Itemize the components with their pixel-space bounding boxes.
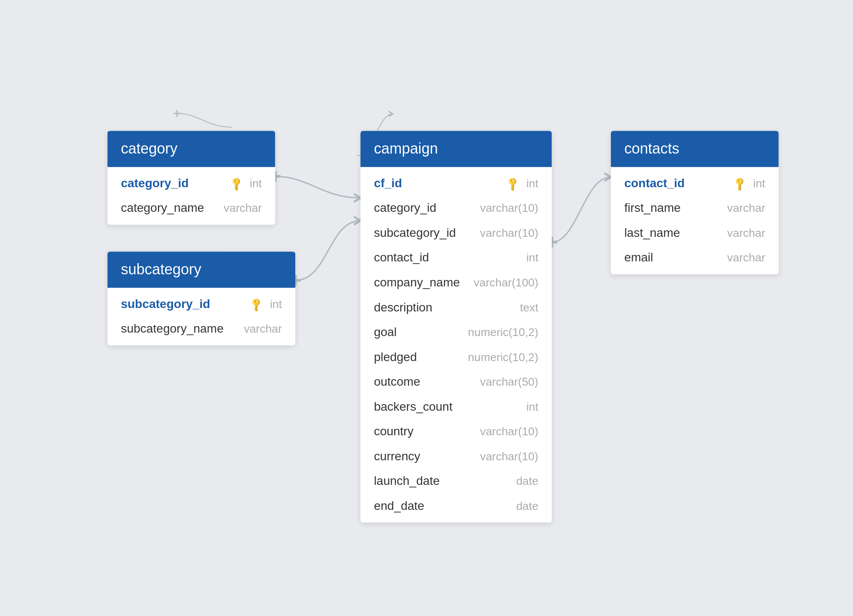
col-type: varchar(10) xyxy=(480,425,538,438)
contacts-header: contacts xyxy=(611,131,779,167)
table-row: subcategory_id varchar(10) xyxy=(360,221,552,246)
col-type: varchar xyxy=(727,226,765,240)
table-row: outcome varchar(50) xyxy=(360,370,552,395)
col-name: goal xyxy=(374,325,397,339)
col-type: varchar(50) xyxy=(480,375,538,389)
right-col: 🔑 int xyxy=(230,177,262,190)
table-row: first_name varchar xyxy=(611,196,779,221)
table-campaign: campaign cf_id 🔑 int category_id varchar… xyxy=(360,131,552,522)
table-row: end_date date xyxy=(360,493,552,519)
col-name: country xyxy=(374,424,414,439)
col-name: contact_id xyxy=(624,176,685,191)
contacts-body: contact_id 🔑 int first_name varchar last… xyxy=(611,167,779,274)
col-name: category_name xyxy=(121,201,204,215)
table-row: backers_count int xyxy=(360,394,552,419)
col-name: pledged xyxy=(374,350,417,365)
col-type: int xyxy=(526,251,538,264)
col-type: int xyxy=(526,177,538,190)
pk-indicator: 🔑 xyxy=(250,299,262,310)
col-type: varchar xyxy=(224,201,262,215)
key-icon: 🔑 xyxy=(228,176,243,191)
table-row: company_name varchar(100) xyxy=(360,270,552,295)
table-contacts: contacts contact_id 🔑 int first_name var… xyxy=(611,131,779,274)
col-name: subcategory_id xyxy=(374,226,456,240)
col-name: email xyxy=(624,251,653,265)
diagram-canvas: category category_id 🔑 int category_name… xyxy=(0,0,853,616)
col-name: description xyxy=(374,301,432,315)
table-category: category category_id 🔑 int category_name… xyxy=(107,131,275,225)
connection-campaign-contacts xyxy=(552,177,611,242)
right-col: 🔑 int xyxy=(734,177,765,190)
table-row: goal numeric(10,2) xyxy=(360,320,552,345)
col-type: varchar(10) xyxy=(480,450,538,463)
col-type: int xyxy=(270,298,282,311)
campaign-header: campaign xyxy=(360,131,552,167)
table-row: category_id 🔑 int xyxy=(107,171,275,196)
col-type: int xyxy=(250,177,262,190)
pk-indicator: 🔑 xyxy=(230,178,241,189)
col-name: backers_count xyxy=(374,400,452,414)
connection-subcategory-campaign xyxy=(295,221,360,280)
table-row: country varchar(10) xyxy=(360,419,552,444)
col-name: contact_id xyxy=(374,251,429,265)
table-row: last_name varchar xyxy=(611,221,779,246)
col-name: currency xyxy=(374,449,420,464)
col-type: numeric(10,2) xyxy=(468,326,538,339)
col-type: varchar xyxy=(727,251,765,264)
col-name: end_date xyxy=(374,499,424,513)
table-row: description text xyxy=(360,295,552,320)
table-row: category_id varchar(10) xyxy=(360,196,552,221)
col-name: company_name xyxy=(374,276,460,290)
col-type: text xyxy=(520,301,538,314)
col-type: int xyxy=(526,400,538,414)
col-name: subcategory_id xyxy=(121,297,210,311)
key-icon: 🔑 xyxy=(248,296,264,312)
col-type: varchar(10) xyxy=(480,226,538,240)
campaign-body: cf_id 🔑 int category_id varchar(10) subc… xyxy=(360,167,552,522)
col-type: numeric(10,2) xyxy=(468,350,538,364)
pk-indicator: 🔑 xyxy=(507,178,518,189)
col-name: first_name xyxy=(624,201,681,215)
table-row: contact_id int xyxy=(360,245,552,270)
pk-indicator: 🔑 xyxy=(734,178,745,189)
connection-category-campaign xyxy=(275,176,360,198)
table-row: launch_date date xyxy=(360,469,552,494)
col-name: category_id xyxy=(121,176,189,191)
table-row: category_name varchar xyxy=(107,196,275,221)
table-row: pledged numeric(10,2) xyxy=(360,345,552,370)
col-type: date xyxy=(516,500,538,513)
table-row: cf_id 🔑 int xyxy=(360,171,552,196)
col-name: launch_date xyxy=(374,474,440,488)
right-col: 🔑 int xyxy=(507,177,538,190)
right-col: 🔑 int xyxy=(250,298,282,311)
col-name: category_id xyxy=(374,201,436,215)
table-row: subcategory_id 🔑 int xyxy=(107,292,295,317)
key-icon: 🔑 xyxy=(505,176,520,191)
table-subcategory: subcategory subcategory_id 🔑 int subcate… xyxy=(107,251,295,346)
table-row: contact_id 🔑 int xyxy=(611,171,779,196)
table-row: email varchar xyxy=(611,245,779,270)
col-type: date xyxy=(516,475,538,488)
subcategory-body: subcategory_id 🔑 int subcategory_name va… xyxy=(107,288,295,346)
col-name: cf_id xyxy=(374,176,402,191)
col-name: outcome xyxy=(374,375,420,389)
col-type: varchar xyxy=(727,201,765,215)
col-type: varchar(10) xyxy=(480,201,538,215)
col-type: varchar(100) xyxy=(474,276,538,289)
category-body: category_id 🔑 int category_name varchar xyxy=(107,167,275,225)
col-name: last_name xyxy=(624,226,680,240)
table-row: currency varchar(10) xyxy=(360,444,552,469)
key-icon: 🔑 xyxy=(732,176,747,191)
category-header: category xyxy=(107,131,275,167)
col-type: int xyxy=(753,177,765,190)
col-type: varchar xyxy=(244,322,282,336)
col-name: subcategory_name xyxy=(121,322,224,336)
subcategory-header: subcategory xyxy=(107,251,295,288)
table-row: subcategory_name varchar xyxy=(107,317,295,342)
